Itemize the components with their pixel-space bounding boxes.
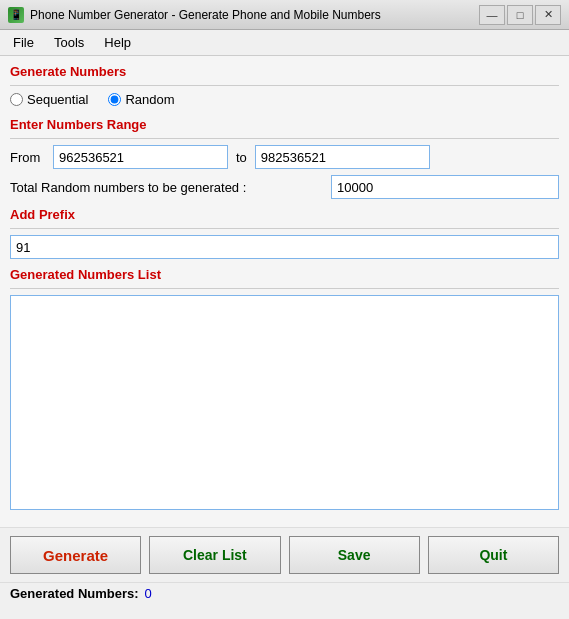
title-bar: 📱 Phone Number Generator - Generate Phon… — [0, 0, 569, 30]
maximize-button[interactable]: □ — [507, 5, 533, 25]
main-content: Generate Numbers Sequential Random Enter… — [0, 56, 569, 527]
divider4 — [10, 288, 559, 289]
generated-section: Generated Numbers List — [10, 267, 559, 513]
status-value: 0 — [145, 586, 152, 601]
divider2 — [10, 138, 559, 139]
divider1 — [10, 85, 559, 86]
generate-button[interactable]: Generate — [10, 536, 141, 574]
clear-list-button[interactable]: Clear List — [149, 536, 280, 574]
button-row: Generate Clear List Save Quit — [0, 527, 569, 582]
minimize-button[interactable]: — — [479, 5, 505, 25]
generated-section-label: Generated Numbers List — [10, 267, 559, 282]
range-section-label: Enter Numbers Range — [10, 117, 559, 132]
window-controls: — □ ✕ — [479, 5, 561, 25]
menu-bar: File Tools Help — [0, 30, 569, 56]
app-icon: 📱 — [8, 7, 24, 23]
range-row: From to — [10, 145, 559, 169]
random-option[interactable]: Random — [108, 92, 174, 107]
to-label: to — [236, 150, 247, 165]
random-label: Random — [125, 92, 174, 107]
menu-tools[interactable]: Tools — [45, 32, 93, 53]
generate-section-label: Generate Numbers — [10, 64, 559, 79]
sequential-label: Sequential — [27, 92, 88, 107]
sequential-radio[interactable] — [10, 93, 23, 106]
status-bar: Generated Numbers: 0 — [0, 582, 569, 604]
total-label: Total Random numbers to be generated : — [10, 180, 331, 195]
radio-group: Sequential Random — [10, 92, 559, 107]
range-section: From to Total Random numbers to be gener… — [10, 145, 559, 199]
from-input[interactable] — [53, 145, 228, 169]
to-input[interactable] — [255, 145, 430, 169]
save-button[interactable]: Save — [289, 536, 420, 574]
window-title: Phone Number Generator - Generate Phone … — [30, 8, 479, 22]
total-input[interactable] — [331, 175, 559, 199]
generated-list[interactable] — [10, 295, 559, 510]
prefix-section-label: Add Prefix — [10, 207, 559, 222]
total-row: Total Random numbers to be generated : — [10, 175, 559, 199]
random-radio[interactable] — [108, 93, 121, 106]
from-label: From — [10, 150, 45, 165]
quit-button[interactable]: Quit — [428, 536, 559, 574]
menu-help[interactable]: Help — [95, 32, 140, 53]
close-button[interactable]: ✕ — [535, 5, 561, 25]
divider3 — [10, 228, 559, 229]
prefix-section: Add Prefix — [10, 207, 559, 259]
menu-file[interactable]: File — [4, 32, 43, 53]
sequential-option[interactable]: Sequential — [10, 92, 88, 107]
status-label: Generated Numbers: — [10, 586, 139, 601]
prefix-input[interactable] — [10, 235, 559, 259]
